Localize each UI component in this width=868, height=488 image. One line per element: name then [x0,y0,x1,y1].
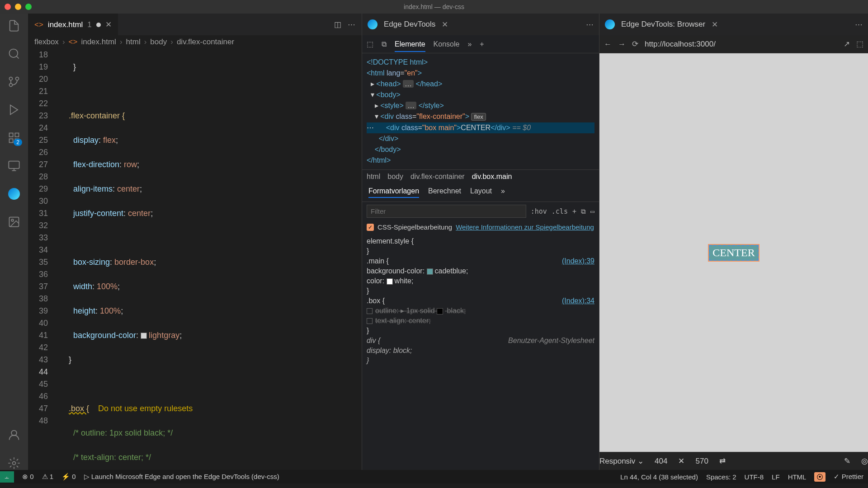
styles-tabs: Formatvorlagen Berechnet Layout » [362,183,599,202]
activity-bar: 2 [0,14,28,470]
eyedropper-icon[interactable]: ✎ [844,456,850,466]
tab-konsole[interactable]: Konsole [434,40,460,48]
prettier-status[interactable]: ✓ Prettier [834,473,863,481]
dom-tree[interactable]: <!DOCTYPE html> <html lang="en"> ▸ <head… [362,53,599,169]
tab-mod-count: 1 [87,20,91,29]
tab-filename: index.html [48,20,83,29]
browser-viewport[interactable]: CENTER [599,53,868,452]
css-mirror-checkbox[interactable]: ✓ [367,224,374,231]
new-rule-icon[interactable]: + [572,207,576,216]
ports-count[interactable]: ⚡ 0 [61,473,76,481]
svg-point-3 [16,77,19,80]
image-icon[interactable] [7,215,21,229]
browser-toolbar: ← → ⟳ http://localhost:3000/ ↗ ⬚ [599,35,868,53]
more-icon[interactable]: ⋯ [855,20,863,29]
add-tab-icon[interactable]: + [480,40,484,48]
tab-elemente[interactable]: Elemente [395,40,425,52]
code-content[interactable]: } .flex-container { display: flex; flex-… [55,49,362,470]
viewport-width[interactable]: 404 [655,457,667,466]
forward-icon[interactable]: → [618,40,626,49]
close-window-icon[interactable] [5,4,11,10]
edge-tools-icon[interactable] [7,187,21,201]
hov-button[interactable]: :hov [531,207,547,216]
breadcrumb[interactable]: flexbox› <>index.html› html› body› div.f… [28,35,362,49]
tab-formatvorlagen[interactable]: Formatvorlagen [368,187,419,198]
url-input[interactable]: http://localhost:3000/ [645,40,837,49]
svg-point-2 [9,84,13,87]
svg-rect-6 [9,139,13,142]
styles-rules[interactable]: element.style { } (Index):39.main { back… [362,234,599,368]
open-external-icon[interactable]: ↗ [844,39,850,49]
cls-button[interactable]: .cls [552,207,568,216]
account-icon[interactable] [7,428,21,442]
back-icon[interactable]: ← [604,40,612,49]
remote-button[interactable]: ⫠ [0,471,14,483]
bc-item[interactable]: div.flex-container [410,173,465,181]
tab-modified-dot-icon [96,23,101,27]
line-gutter: 181920 212223 242526 272829 303132 33343… [28,49,55,470]
indentation[interactable]: Spaces: 2 [706,473,736,481]
split-editor-icon[interactable]: ◫ [334,20,341,29]
svg-rect-5 [15,133,19,137]
breadcrumb-item: body [150,38,167,47]
device-icon[interactable]: ⧉ [382,40,387,48]
device-icon[interactable]: ⧉ [581,207,586,216]
tab-index-html[interactable]: <> index.html 1 ✕ [28,14,118,35]
bc-item[interactable]: body [387,173,403,181]
screenshot-icon[interactable]: ◎ [861,456,868,466]
cursor-position[interactable]: Ln 44, Col 4 (38 selected) [620,473,698,481]
tab-berechnet[interactable]: Berechnet [428,187,461,198]
minimize-window-icon[interactable] [15,4,21,10]
close-icon[interactable]: ✕ [442,20,448,29]
css-mirror-link[interactable]: Weitere Informationen zur Spiegelbearbei… [456,223,594,231]
svg-point-0 [9,49,18,58]
language-mode[interactable]: HTML [788,473,807,481]
devtools-toolbar: ⬚ ⧉ Elemente Konsole » + [362,35,599,53]
editor-panel: <> index.html 1 ✕ ◫ ⋯ flexbox› <>index.h… [28,14,362,470]
settings-gear-icon[interactable] [7,456,21,470]
more-tabs-icon[interactable]: » [467,40,472,48]
errors-count[interactable]: ⊗ 0 [22,473,34,481]
bc-item[interactable]: div.box.main [472,173,512,181]
inspect-icon[interactable]: ⬚ [367,40,373,48]
window-title: index.html — dev-css [0,0,868,14]
remote-explorer-icon[interactable] [7,159,21,173]
explorer-icon[interactable] [7,19,21,33]
encoding[interactable]: UTF-8 [745,473,764,481]
devtools-tab-title: Edge DevTools [384,20,435,29]
more-icon[interactable]: ⋯ [586,20,594,29]
breadcrumb-item: html [126,38,141,47]
edge-icon [368,19,377,29]
tab-close-icon[interactable]: ✕ [105,20,112,29]
extensions-icon[interactable]: 2 [7,131,21,145]
bc-item[interactable]: html [367,173,380,181]
code-editor[interactable]: 181920 212223 242526 272829 303132 33343… [28,49,362,470]
viewport-height[interactable]: 570 [695,457,708,466]
rotate-icon[interactable]: ⇄ [719,456,726,466]
breadcrumb-item: index.html [81,38,116,47]
eol[interactable]: LF [772,473,780,481]
more-icon[interactable]: » [501,187,505,198]
rendered-center-box: CENTER [709,245,758,261]
device-select[interactable]: Responsiv ⌄ [599,456,644,466]
dom-breadcrumb[interactable]: html body div.flex-container div.box.mai… [362,169,599,183]
close-icon[interactable]: ✕ [712,20,718,29]
mac-traffic-lights [5,4,32,10]
edge-icon [605,19,615,29]
more-actions-icon[interactable]: ⋯ [348,20,355,29]
reload-icon[interactable]: ⟳ [632,39,638,49]
extensions-badge: 2 [14,139,22,146]
pane-icon[interactable]: ▭ [590,207,594,216]
warnings-count[interactable]: ⚠ 1 [42,473,54,481]
inspect-icon[interactable]: ⬚ [856,39,863,49]
go-live-icon[interactable]: ⦿ [814,472,826,482]
browser-panel: Edge DevTools: Browser ✕ ⋯ ← → ⟳ http://… [599,14,868,470]
run-debug-icon[interactable] [7,103,21,117]
styles-filter-input[interactable] [367,205,526,218]
launch-edge-button[interactable]: ▷ Launch Microsoft Edge and open the Edg… [84,473,279,481]
search-icon[interactable] [7,47,21,61]
source-control-icon[interactable] [7,75,21,89]
maximize-window-icon[interactable] [25,4,32,10]
tab-layout[interactable]: Layout [470,187,492,198]
svg-rect-8 [9,161,19,169]
